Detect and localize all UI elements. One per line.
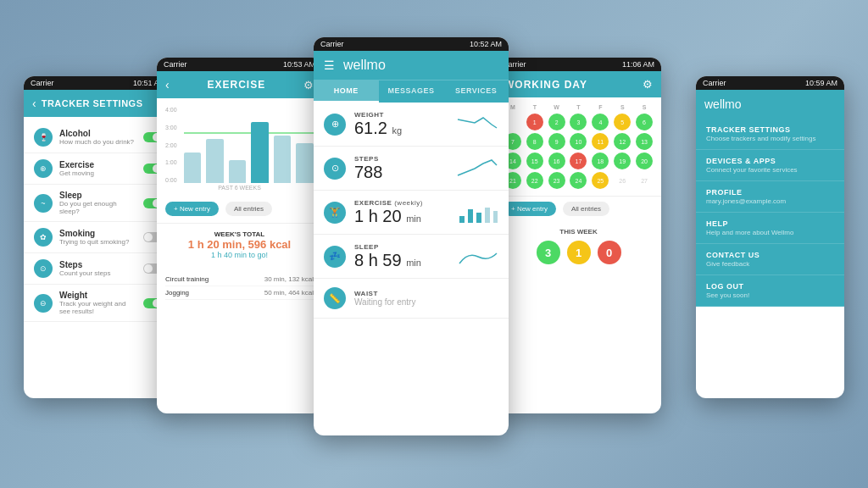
status-bar-menu: Carrier 10:59 AM: [696, 76, 844, 90]
activity-name: Circuit training: [165, 275, 209, 283]
tracker-item-icon: ⊖: [34, 294, 53, 313]
menu-section-title: TRACKER SETTINGS: [706, 125, 834, 134]
cal-cell: 3: [570, 114, 587, 130]
activity-list: Circuit training 30 min, 132 kcal Joggin…: [157, 266, 322, 307]
exercise-spark: [456, 201, 498, 225]
activity-item: Circuit training 30 min, 132 kcal: [165, 273, 314, 286]
menu-section-sub: See you soon!: [706, 291, 834, 299]
gear-icon-exercise[interactable]: ⚙: [303, 79, 314, 92]
wellmo-header: ☰ wellmo: [314, 51, 509, 80]
wellmo-app-title: wellmo: [343, 58, 386, 73]
menu-section[interactable]: DEVICES & APPS Connect your favorite ser…: [696, 150, 844, 181]
carrier-menu: Carrier: [703, 79, 726, 87]
menu-section[interactable]: TRACKER SETTINGS Choose trackers and mod…: [696, 119, 844, 150]
cal-cell: 27: [636, 172, 653, 189]
menu-section-title: PROFILE: [706, 188, 834, 197]
cal-cell: 4: [592, 114, 609, 130]
menu-section-sub: Help and more about Wellmo: [706, 229, 834, 236]
menu-section[interactable]: PROFILE mary.jones@example.com: [696, 181, 844, 213]
phone-menu: Carrier 10:59 AM wellmo TRACKER SETTINGS…: [696, 76, 844, 398]
steps-icon: ⊙: [324, 158, 346, 180]
tracker-item-sub: Get moving: [59, 169, 94, 177]
all-entries-button-exercise[interactable]: All entries: [225, 202, 272, 216]
goal-remaining: 1 h 40 min to go!: [165, 251, 314, 259]
tracker-item: ✿ Smoking Trying to quit smoking?: [24, 222, 172, 253]
cal-cell: 1: [526, 114, 543, 130]
exercise-data: EXERCISE (weekly) 1 h 20 min: [354, 199, 448, 225]
bar-1: [184, 152, 202, 183]
menu-section-title: DEVICES & APPS: [706, 157, 834, 165]
sleep-spark: [456, 245, 498, 269]
this-week-section: THIS WEEK 3 1 0: [496, 221, 661, 271]
svg-rect-2: [476, 213, 481, 223]
chart-x-label: PAST 6 WEEKS: [165, 185, 314, 191]
menu-section-sub: Choose trackers and modify settings: [706, 135, 834, 142]
bar-6: [296, 143, 314, 183]
metrics-list: ⊕ WEIGHT 61.2 kg ⊙ STEPS 788 🏋 EXERC: [314, 103, 509, 319]
menu-app-header: wellmo: [696, 90, 844, 119]
menu-list: TRACKER SETTINGS Choose trackers and mod…: [696, 119, 844, 307]
cal-weeks: 1 2 3 4 5 6 7 8 9 10 11 12 13 14 15 16: [503, 114, 654, 189]
badge-green: 3: [537, 241, 560, 264]
menu-section[interactable]: LOG OUT See you soon!: [696, 275, 844, 307]
tracker-item-text: Steps Count your steps: [59, 260, 110, 277]
tracker-item-icon: 🍷: [34, 128, 53, 147]
all-entries-button-calendar[interactable]: All entries: [563, 202, 609, 216]
tracker-item-sub: Trying to quit smoking?: [59, 238, 129, 246]
svg-rect-3: [485, 208, 490, 223]
tracker-item: 🍷 Alcohol How much do you drink?: [24, 122, 172, 153]
tracker-item-icon: ⊙: [34, 259, 53, 278]
weight-spark: [456, 113, 498, 136]
cal-cell: 16: [548, 152, 565, 169]
hamburger-icon[interactable]: ☰: [324, 58, 335, 72]
menu-section-title: LOG OUT: [706, 282, 834, 291]
time-exercise: 10:53 AM: [283, 60, 315, 69]
carrier-wellmo: Carrier: [320, 40, 344, 48]
tracker-header: ‹ TRACKER SETTINGS: [24, 90, 172, 117]
activity-item: Jogging 50 min, 464 kcal: [165, 286, 314, 300]
back-arrow-exercise[interactable]: ‹: [165, 78, 170, 92]
tracker-item-icon: ✿: [34, 228, 53, 247]
weight-data: WEIGHT 61.2 kg: [354, 111, 448, 137]
tracker-item-text: Exercise Get moving: [59, 160, 94, 177]
weeks-total-label: WEEK'S TOTAL: [165, 230, 314, 238]
day-w: W: [547, 104, 567, 110]
bar-2: [206, 139, 224, 183]
new-entry-button-exercise[interactable]: + New entry: [165, 202, 219, 216]
menu-section[interactable]: CONTACT US Give feedback: [696, 244, 844, 275]
carrier-tracker: Carrier: [31, 79, 54, 87]
cal-week-1: 1 2 3 4 5 6: [503, 114, 654, 130]
menu-section-title: HELP: [706, 219, 834, 228]
cal-cell: 24: [570, 172, 587, 189]
exercise-title: EXERCISE: [207, 79, 265, 91]
waist-data: WAIST Waiting for entry: [354, 290, 498, 307]
cal-cell: 23: [548, 172, 565, 189]
steps-label: STEPS: [354, 155, 448, 163]
tracker-item-icon: ~: [34, 194, 53, 213]
tracker-item-text: Smoking Trying to quit smoking?: [59, 229, 129, 246]
cal-cell: 11: [592, 133, 609, 150]
tab-home[interactable]: HOME: [314, 80, 379, 103]
calendar-header: WORKING DAY ⚙: [496, 71, 661, 97]
menu-section-title: CONTACT US: [706, 251, 834, 259]
cal-cell: 15: [526, 152, 543, 169]
back-arrow-icon[interactable]: ‹: [32, 97, 36, 110]
new-entry-button-calendar[interactable]: + New entry: [503, 202, 556, 216]
menu-section[interactable]: HELP Help and more about Wellmo: [696, 213, 844, 244]
day-t2: T: [569, 104, 589, 110]
cal-cell: 8: [526, 133, 543, 150]
weight-icon: ⊕: [324, 114, 346, 136]
metric-exercise: 🏋 EXERCISE (weekly) 1 h 20 min: [314, 191, 509, 235]
phone-exercise: Carrier 10:53 AM ‹ EXERCISE ⚙ 4:003:002:…: [157, 58, 322, 413]
tracker-item-icon: ⊕: [34, 159, 53, 178]
metric-waist: 📏 WAIST Waiting for entry: [314, 279, 509, 319]
this-week-label: THIS WEEK: [504, 228, 653, 236]
menu-section-sub: mary.jones@example.com: [706, 197, 834, 205]
day-s2: S: [634, 104, 654, 110]
tab-messages[interactable]: MESSAGES: [379, 80, 444, 103]
phone-tracker: Carrier 10:51 AM ‹ TRACKER SETTINGS 🍷 Al…: [24, 76, 172, 398]
tab-services[interactable]: SERVICES: [443, 80, 509, 103]
tracker-item: ~ Sleep Do you get enough sleep?: [24, 185, 172, 222]
cal-cell: 9: [548, 133, 565, 150]
gear-icon-calendar[interactable]: ⚙: [643, 78, 653, 91]
